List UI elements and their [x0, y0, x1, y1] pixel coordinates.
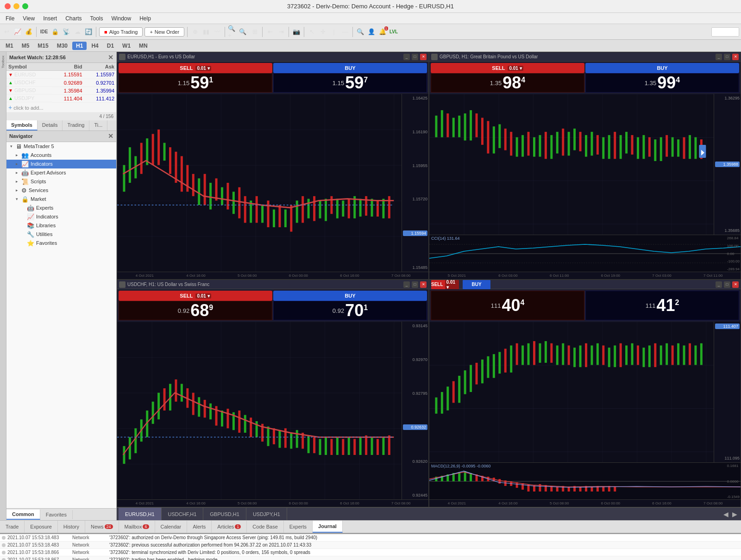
bt-exposure[interactable]: Exposure — [25, 521, 57, 533]
table-row[interactable]: ▲USDCHF 0.92689 0.92701 — [6, 79, 116, 87]
close-traffic-light[interactable] — [5, 3, 11, 9]
nav-libraries[interactable]: 📚 Libraries — [6, 221, 116, 230]
maximize-button[interactable]: □ — [724, 54, 730, 60]
menu-window[interactable]: Window — [108, 14, 135, 23]
nav-utilities[interactable]: 🔧 Utilities — [6, 230, 116, 239]
maximize-button[interactable]: □ — [724, 281, 730, 288]
nav-accounts[interactable]: ▸ 👥 Accounts — [6, 151, 116, 160]
lot-selector[interactable]: 0.01 ▾ — [195, 66, 211, 71]
usdchf-chart-canvas[interactable]: 0.93145 0.92970 0.92795 0.92632 0.92620 … — [117, 322, 428, 499]
minimize-button[interactable]: _ — [716, 281, 722, 288]
gbpusd-chart-canvas[interactable]: ▶ 1.36295 1.35988 1.35685 — [429, 94, 741, 235]
nav-metatrader5[interactable]: ▾ 🖥 MetaTrader 5 — [6, 142, 116, 151]
nav-indicators[interactable]: ▸ 📈 Indicators — [6, 160, 116, 168]
tab-favorites[interactable]: Favorites — [40, 510, 73, 519]
screenshot-icon[interactable]: 📷 — [292, 27, 301, 37]
minimize-button[interactable]: _ — [403, 54, 410, 60]
usdjpy-chart-canvas[interactable]: 111.407 111.095 — [429, 322, 741, 462]
nav-expert-advisors[interactable]: ▸ 🤖 Expert Advisors — [6, 168, 116, 177]
cursor-icon[interactable]: ↖ — [307, 27, 316, 37]
cloud-icon[interactable]: ☁ — [73, 27, 82, 37]
usdjpy-buy-button[interactable]: BUY — [463, 280, 490, 290]
lot-selector[interactable]: 0.01 ▾ — [445, 280, 459, 290]
menu-charts[interactable]: Charts — [62, 14, 85, 23]
tf-w1[interactable]: W1 — [119, 42, 134, 50]
menu-file[interactable]: File — [2, 14, 18, 23]
bt-experts[interactable]: Experts — [284, 521, 313, 533]
minimize-button[interactable]: _ — [403, 281, 410, 288]
tf-m1[interactable]: M1 — [2, 42, 17, 50]
crosshair-icon[interactable]: ⊕ — [190, 27, 200, 37]
maximize-traffic-light[interactable] — [22, 3, 28, 9]
tab-ti[interactable]: Ti... — [89, 120, 107, 131]
nav-scripts[interactable]: ▸ 📜 Scripts — [6, 177, 116, 186]
scroll-right-icon[interactable]: ⇥ — [276, 27, 286, 37]
zoom-out-icon[interactable]: 🔍- — [239, 27, 248, 37]
sell-button[interactable]: SELL 0.01 ▾ — [431, 63, 584, 73]
nav-favorites[interactable]: ⭐ Favorites — [6, 239, 116, 248]
market-icon[interactable]: 🔄 — [84, 27, 93, 37]
ide-icon[interactable]: IDE — [39, 27, 49, 37]
tab-common[interactable]: Common — [6, 510, 40, 520]
lot-selector[interactable]: 0.01 ▾ — [508, 66, 523, 71]
hline-icon[interactable]: — — [340, 27, 350, 37]
lock-icon[interactable]: 🔒 — [50, 27, 60, 37]
bt-alerts[interactable]: Alerts — [187, 521, 212, 533]
sell-button[interactable]: SELL 0.01 ▾ — [119, 291, 272, 301]
bt-news[interactable]: News24 — [85, 521, 119, 533]
radio-icon[interactable]: 📡 — [62, 27, 71, 37]
lot-selector[interactable]: 0.01 ▾ — [195, 293, 211, 299]
table-row[interactable]: ▼GBPUSD 1.35984 1.35994 — [6, 87, 116, 94]
tf-h4[interactable]: H4 — [88, 42, 102, 50]
algo-trading-button[interactable]: ■ Algo Trading — [99, 27, 143, 37]
nav-services[interactable]: ▸ ⚙ Services — [6, 186, 116, 195]
maximize-button[interactable]: □ — [412, 281, 418, 288]
vline-icon[interactable]: | — [329, 27, 339, 37]
bt-codebase[interactable]: Code Base — [247, 521, 283, 533]
bt-mailbox[interactable]: Mailbox6 — [119, 521, 155, 533]
chart-tab-usdjpy[interactable]: USDJPY,H1 — [246, 508, 287, 520]
grid-icon[interactable]: ⊞ — [250, 27, 259, 37]
table-row[interactable]: ▲USDJPY 111.404 111.412 — [6, 94, 116, 102]
navigator-close[interactable]: ✕ — [108, 132, 113, 140]
tf-m30[interactable]: M30 — [53, 42, 71, 50]
maximize-button[interactable]: □ — [412, 54, 418, 60]
buy-button[interactable]: BUY — [585, 63, 739, 73]
chart-tab-prev[interactable]: ◀ — [722, 510, 730, 518]
menu-insert[interactable]: Insert — [39, 14, 61, 23]
profile-icon[interactable]: 👤 — [367, 27, 376, 37]
bt-trade[interactable]: Trade — [0, 521, 25, 533]
buy-button[interactable]: BUY — [273, 63, 427, 73]
eurusd-chart-canvas[interactable]: 1.16425 1.16190 1.15955 1.15720 1.15594 … — [117, 94, 428, 272]
nav-market-indicators[interactable]: 📈 Indicators — [6, 212, 116, 221]
wave-icon[interactable]: 〰 — [213, 27, 222, 37]
scroll-left-icon[interactable]: ⇤ — [265, 27, 275, 37]
tab-symbols[interactable]: Symbols — [6, 120, 38, 131]
candle-icon[interactable]: ▮▮ — [201, 27, 211, 37]
table-row[interactable]: ▼EURUSD 1.15591 1.15597 — [6, 71, 116, 79]
input-bar[interactable] — [711, 27, 739, 37]
close-button[interactable]: ✕ — [732, 54, 739, 60]
zoom-in-icon[interactable]: 🔍+ — [228, 27, 237, 37]
tf-mn[interactable]: MN — [135, 42, 151, 50]
minimize-button[interactable]: _ — [716, 54, 722, 60]
bt-history[interactable]: History — [58, 521, 85, 533]
tab-trading[interactable]: Trading — [63, 120, 89, 131]
usdjpy-sell-button[interactable]: SELL 0.01 ▾ — [431, 280, 459, 290]
chart-tab-usdchf[interactable]: USDCHF,H1 — [162, 508, 204, 520]
bt-calendar[interactable]: Calendar — [155, 521, 188, 533]
new-order-button[interactable]: + New Order — [144, 27, 184, 37]
account-icon[interactable]: 💰 — [24, 27, 33, 37]
tf-m15[interactable]: M15 — [34, 42, 52, 50]
nav-market-experts[interactable]: 🤖 Experts — [6, 204, 116, 212]
market-watch-close[interactable]: ✕ — [108, 54, 113, 61]
tf-m5[interactable]: M5 — [18, 42, 33, 50]
chart-tab-eurusd[interactable]: EURUSD,H1 — [119, 508, 162, 520]
chart-tab-next[interactable]: ▶ — [730, 510, 739, 518]
menu-help[interactable]: Help — [136, 14, 155, 23]
minimize-traffic-light[interactable] — [13, 3, 19, 9]
tf-d1[interactable]: D1 — [103, 42, 118, 50]
menu-tools[interactable]: Tools — [87, 14, 107, 23]
tab-details[interactable]: Details — [38, 120, 63, 131]
close-button[interactable]: ✕ — [732, 281, 739, 288]
